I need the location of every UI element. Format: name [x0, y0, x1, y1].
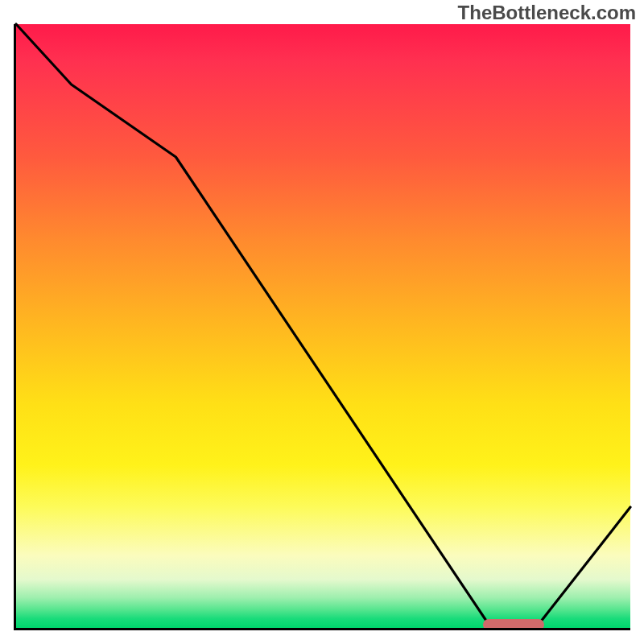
watermark-text: TheBottleneck.com [458, 2, 636, 24]
chart-container: TheBottleneck.com [0, 0, 644, 644]
chart-axes [14, 24, 630, 630]
